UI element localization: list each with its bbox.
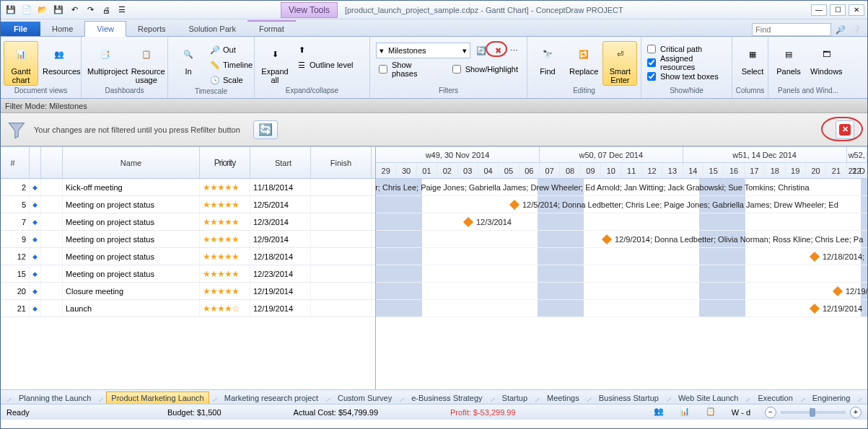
- save-alt-icon[interactable]: 💾: [51, 3, 66, 17]
- milestone[interactable]: 12/18/2014; Donna Le: [811, 252, 867, 261]
- milestone[interactable]: 12/19/2014: [811, 304, 862, 313]
- col-name[interactable]: Name: [63, 147, 200, 178]
- milestone[interactable]: 12/19/2014; Olivi: [834, 287, 867, 296]
- save-icon[interactable]: 💾: [4, 3, 18, 17]
- tab-solution-park[interactable]: Solution Park: [177, 22, 247, 36]
- table-row[interactable]: 2◆Kick-off meeting★★★★★11/18/2014: [1, 179, 375, 196]
- refilter-button[interactable]: 🔄: [253, 120, 278, 139]
- minimize-button[interactable]: —: [811, 4, 827, 16]
- new-icon[interactable]: 📄: [19, 3, 34, 17]
- resources-button[interactable]: 👥 Resources: [40, 41, 78, 77]
- binoculars-icon[interactable]: 🔎: [834, 23, 847, 36]
- panels-button[interactable]: ▤Panels: [771, 41, 806, 77]
- sheet-tab[interactable]: Web Site Launch: [674, 392, 743, 404]
- table-row[interactable]: 5◆Meeting on project status★★★★★12/5/201…: [1, 196, 375, 213]
- day-header: 14: [683, 163, 703, 179]
- show-textboxes-checkbox[interactable]: Show text boxes: [644, 70, 729, 83]
- gantt-chart-button[interactable]: 📊 Gantt chart: [4, 41, 38, 86]
- tab-view[interactable]: View: [84, 21, 126, 37]
- contextual-tab-label: View Tools: [281, 2, 338, 18]
- milestone[interactable]: 12/5/2014; Donna Ledbetter; Chris Lee; P…: [511, 200, 838, 209]
- maximize-button[interactable]: ☐: [830, 4, 846, 16]
- timeline-button[interactable]: 📏Timeline: [207, 58, 255, 72]
- redo-icon[interactable]: ↷: [83, 3, 97, 17]
- zoom-in-button[interactable]: 🔍In: [171, 41, 206, 77]
- zoom-out-button[interactable]: 🔎Out: [207, 43, 255, 57]
- timeline-body[interactable]: ter; Chris Lee; Paige Jones; Gabriella J…: [376, 179, 867, 317]
- refresh-filter-button[interactable]: 🔄: [473, 43, 489, 58]
- group-label: Show/hide: [644, 87, 729, 97]
- col-finish[interactable]: Finish: [311, 147, 372, 178]
- scale-button[interactable]: 🕓Scale: [207, 73, 255, 87]
- filter-select[interactable]: ▾ Milestones ▾: [376, 43, 470, 58]
- day-header: 22: [847, 163, 867, 179]
- milestone[interactable]: 12/9/2014; Donna Ledbetter; Olivia Norma…: [603, 235, 863, 244]
- col-indent[interactable]: [41, 147, 63, 178]
- view3-icon[interactable]: 📋: [706, 407, 717, 418]
- assigned-resources-checkbox[interactable]: Assigned resources: [644, 56, 729, 69]
- timeline-row: [376, 265, 867, 283]
- view1-icon[interactable]: 👥: [654, 407, 665, 418]
- table-row[interactable]: 20◆Closure meeting★★★★★12/19/2014: [1, 283, 375, 300]
- multi-icon: 📑: [94, 43, 117, 66]
- sheet-tab[interactable]: Startup: [498, 392, 532, 404]
- resource-usage-button[interactable]: 📋Resource usage: [128, 41, 165, 86]
- tab-home[interactable]: Home: [40, 22, 84, 36]
- open-icon[interactable]: 📂: [35, 3, 50, 17]
- sheet-tab[interactable]: e-Business Strategy: [407, 392, 486, 404]
- binoculars-icon: 🔭: [536, 43, 559, 66]
- filter-options-button[interactable]: ⋯: [507, 43, 521, 58]
- select-columns-button[interactable]: ▦Select: [735, 41, 770, 77]
- zoom-out-button[interactable]: −: [765, 407, 776, 418]
- tab-reports[interactable]: Reports: [126, 22, 177, 36]
- outline-level-button[interactable]: ☰Outline level: [294, 58, 356, 72]
- sheet-tab[interactable]: Planning the Launch: [14, 392, 95, 404]
- sheet-tab[interactable]: Business Startup: [595, 392, 663, 404]
- col-start[interactable]: Start: [250, 147, 311, 178]
- view2-icon[interactable]: 📊: [680, 407, 691, 418]
- zoom-slider[interactable]: [781, 411, 846, 414]
- collapse-button[interactable]: ⬆: [294, 43, 356, 57]
- sheet-tab[interactable]: Custom Survey: [333, 392, 396, 404]
- col-num[interactable]: #: [1, 147, 30, 178]
- print-icon[interactable]: 🖨: [99, 3, 113, 17]
- sheet-tab[interactable]: Meetings: [543, 392, 584, 404]
- col-outline[interactable]: [30, 147, 41, 178]
- table-row[interactable]: 15◆Meeting on project status★★★★★12/23/2…: [1, 265, 375, 283]
- multiproject-button[interactable]: 📑Multiproject: [84, 41, 127, 77]
- file-tab[interactable]: File: [1, 22, 40, 36]
- table-row[interactable]: 12◆Meeting on project status★★★★★12/18/2…: [1, 248, 375, 265]
- table-row[interactable]: 7◆Meeting on project status★★★★★12/3/201…: [1, 213, 375, 231]
- milestone[interactable]: 12/3/2014: [465, 218, 512, 226]
- close-button[interactable]: ✕: [849, 4, 864, 16]
- sheet-tab[interactable]: Execution: [753, 392, 797, 404]
- windows-button[interactable]: 🗔Windows: [807, 41, 845, 77]
- show-highlight-checkbox[interactable]: Show/Highlight: [450, 63, 521, 76]
- smart-enter-button[interactable]: ⏎Smart Enter: [602, 41, 637, 86]
- table-row[interactable]: 9◆Meeting on project status★★★★★12/9/201…: [1, 231, 375, 248]
- clear-filter-button[interactable]: ✖: [492, 43, 504, 58]
- replace-button[interactable]: 🔁Replace: [566, 41, 601, 77]
- find-button[interactable]: 🔭Find: [530, 41, 565, 77]
- tab-format[interactable]: Format: [247, 20, 296, 36]
- zoom-in-button[interactable]: +: [850, 407, 862, 418]
- sheet-tab[interactable]: Product Marketing Launch: [106, 392, 209, 404]
- sheet-tab[interactable]: Rele: [865, 392, 867, 404]
- day-header: 15: [703, 163, 724, 179]
- outline-level-icon: ☰: [297, 60, 307, 70]
- close-filter-button[interactable]: ✕: [836, 120, 854, 139]
- col-priority[interactable]: Priority: [200, 147, 250, 178]
- milestone[interactable]: ter; Chris Lee; Paige Jones; Gabriella J…: [376, 183, 810, 192]
- replace-icon: 🔁: [572, 43, 595, 66]
- sheet-tab[interactable]: Enginering: [808, 392, 855, 404]
- help-icon[interactable]: ❔: [850, 23, 863, 36]
- timeline-header: w49, 30 Nov 2014w50, 07 Dec 2014w51, 14 …: [376, 147, 867, 179]
- show-phases-checkbox[interactable]: Show phases: [376, 63, 442, 76]
- find-input[interactable]: [752, 23, 831, 36]
- outline-icon[interactable]: ☰: [115, 3, 129, 17]
- table-row[interactable]: 21◆Launch★★★★☆12/19/2014: [1, 300, 375, 317]
- diamond-icon: [602, 234, 612, 244]
- undo-icon[interactable]: ↶: [67, 3, 82, 17]
- sheet-tab[interactable]: Marketing research project: [220, 392, 323, 404]
- expand-all-button[interactable]: ⬇Expand all: [258, 41, 292, 86]
